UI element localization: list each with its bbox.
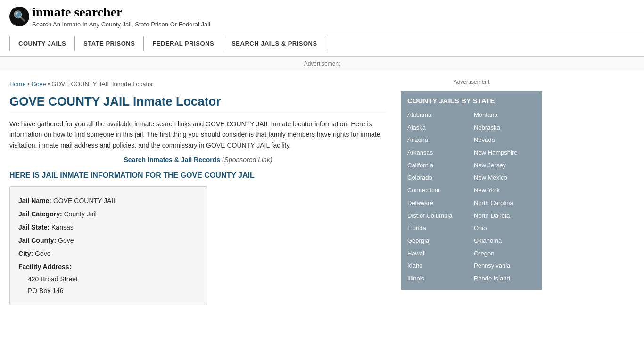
state-link-col1[interactable]: Idaho [407, 260, 469, 272]
breadcrumb: Home • Gove • GOVE COUNTY JAIL Inmate Lo… [9, 81, 387, 88]
county-jails-title: COUNTY JAILS BY STATE [407, 97, 536, 105]
state-link-col1[interactable]: Illinois [407, 273, 469, 285]
jail-category-value: County Jail [64, 210, 96, 218]
states-grid: AlabamaMontanaAlaskaNebraskaArizonaNevad… [407, 109, 536, 285]
jail-state-row: Jail State: Kansas [18, 221, 198, 234]
state-link-col2[interactable]: New York [474, 185, 536, 197]
section-subtitle: HERE IS JAIL INMATE INFORMATION FOR THE … [9, 171, 387, 180]
breadcrumb-home[interactable]: Home [9, 81, 26, 88]
main-content: Home • Gove • GOVE COUNTY JAIL Inmate Lo… [9, 71, 396, 315]
city-value: Gove [35, 250, 50, 257]
address-lines: 420 Broad Street PO Box 146 [28, 273, 198, 297]
address-line2: PO Box 146 [28, 285, 198, 297]
state-link-col2[interactable]: Nevada [474, 134, 536, 146]
sponsored-label: (Sponsored Link) [222, 156, 272, 164]
state-link-col1[interactable]: Dist.of Columbia [407, 210, 469, 222]
jail-county-row: Jail County: Gove [18, 234, 198, 247]
state-link-col2[interactable]: New Hampshire [474, 147, 536, 159]
state-link-col1[interactable]: Alabama [407, 109, 469, 121]
jail-name-label: Jail Name: [18, 197, 51, 205]
logo-text-span: inmate searcher [32, 5, 123, 19]
logo-icon: 🔍 [9, 7, 29, 26]
jail-category-row: Jail Category: County Jail [18, 207, 198, 221]
search-jails-nav-btn[interactable]: SEARCH JAILS & PRISONS [223, 36, 326, 51]
state-link-col2[interactable]: New Jersey [474, 160, 536, 172]
state-link-col2[interactable]: Nebraska [474, 122, 536, 134]
state-link-col2[interactable]: New Mexico [474, 172, 536, 184]
sidebar-ad: Advertisement [401, 76, 542, 91]
federal-prisons-nav-btn[interactable]: FEDERAL PRISONS [143, 36, 223, 51]
facility-address-row: Facility Address: 420 Broad Street PO Bo… [18, 260, 198, 297]
jail-name-row: Jail Name: GOVE COUNTY JAIL [18, 194, 198, 207]
jail-category-label: Jail Category: [18, 210, 62, 218]
breadcrumb-current: GOVE COUNTY JAIL Inmate Locator [51, 81, 153, 88]
city-row: City: Gove [18, 247, 198, 260]
state-link-col1[interactable]: Colorado [407, 172, 469, 184]
header: 🔍 inmate searcher Search An Inmate In An… [0, 0, 644, 31]
state-link-col1[interactable]: Arizona [407, 134, 469, 146]
state-link-col1[interactable]: Delaware [407, 197, 469, 209]
page-title: GOVE COUNTY JAIL Inmate Locator [9, 94, 387, 113]
jail-county-label: Jail County: [18, 237, 56, 244]
state-link-col2[interactable]: Oklahoma [474, 235, 536, 247]
state-prisons-nav-btn[interactable]: STATE PRISONS [74, 36, 143, 51]
nav-bar: COUNTY JAILS STATE PRISONS FEDERAL PRISO… [0, 31, 644, 57]
jail-name-value: GOVE COUNTY JAIL [53, 197, 117, 205]
state-link-col2[interactable]: Rhode Island [474, 273, 536, 285]
state-link-col1[interactable]: Alaska [407, 122, 469, 134]
state-link-col1[interactable]: Georgia [407, 235, 469, 247]
state-link-col2[interactable]: Ohio [474, 222, 536, 234]
breadcrumb-gove[interactable]: Gove [31, 81, 46, 88]
state-link-col2[interactable]: Montana [474, 109, 536, 121]
state-link-col2[interactable]: North Carolina [474, 197, 536, 209]
ad-bar: Advertisement [0, 57, 644, 71]
sidebar: Advertisement COUNTY JAILS BY STATE Alab… [396, 71, 542, 315]
state-link-col2[interactable]: Pennsylvania [474, 260, 536, 272]
main-layout: Home • Gove • GOVE COUNTY JAIL Inmate Lo… [0, 71, 644, 315]
description: We have gathered for you all the availab… [9, 119, 387, 150]
logo-text[interactable]: inmate searcher [32, 5, 210, 20]
state-link-col1[interactable]: Arkansas [407, 147, 469, 159]
address-line1: 420 Broad Street [28, 273, 198, 285]
logo-area: 🔍 inmate searcher Search An Inmate In An… [9, 5, 635, 28]
state-link-col1[interactable]: California [407, 160, 469, 172]
state-link-col2[interactable]: Oregon [474, 248, 536, 260]
state-link-col1[interactable]: Florida [407, 222, 469, 234]
jail-state-value: Kansas [51, 223, 74, 231]
county-jails-box: COUNTY JAILS BY STATE AlabamaMontanaAlas… [401, 91, 542, 290]
county-jails-nav-btn[interactable]: COUNTY JAILS [9, 36, 74, 51]
state-link-col2[interactable]: North Dakota [474, 210, 536, 222]
info-card: Jail Name: GOVE COUNTY JAIL Jail Categor… [9, 186, 207, 305]
state-link-col1[interactable]: Hawaii [407, 248, 469, 260]
sponsored-link[interactable]: Search Inmates & Jail Records [124, 156, 220, 164]
facility-address-label: Facility Address: [18, 260, 198, 273]
jail-county-value: Gove [58, 237, 74, 244]
state-link-col1[interactable]: Connecticut [407, 185, 469, 197]
city-label: City: [18, 250, 33, 257]
sponsored-link-area: Search Inmates & Jail Records (Sponsored… [9, 156, 387, 164]
tagline: Search An Inmate In Any County Jail, Sta… [32, 21, 210, 28]
jail-state-label: Jail State: [18, 223, 50, 231]
